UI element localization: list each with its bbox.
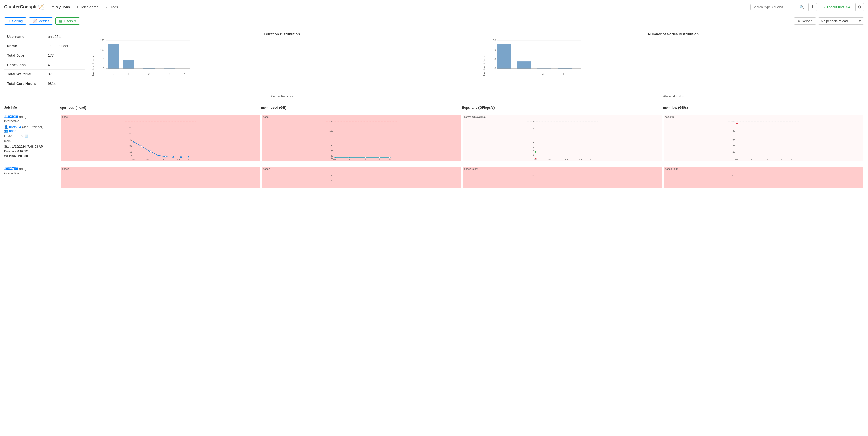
nodes-x-label: Allocated Nodes <box>483 95 864 98</box>
job-user-link-1[interactable]: unrz254 <box>9 125 21 129</box>
user-info-row: Total Walltime97 <box>4 70 86 79</box>
job-membw-chart-1: sockets 50 40 30 20 10 0 0m 2m 4m <box>663 114 864 161</box>
user-info-row: NameJan Eitzinger <box>4 41 86 51</box>
svg-text:4m: 4m <box>163 158 166 160</box>
user-info-label: Total Core Hours <box>4 79 45 89</box>
logo-icon: 🏹 <box>38 4 44 10</box>
svg-text:20: 20 <box>331 157 333 159</box>
svg-text:2m: 2m <box>548 158 552 160</box>
mem-chart-header-2: nodes <box>263 168 460 170</box>
svg-text:2: 2 <box>522 73 523 75</box>
mem-chart-header-1: node <box>263 115 460 119</box>
mem-chart-bg-1: node 140 120 100 80 60 40 20 <box>262 114 461 161</box>
filters-button[interactable]: ▦ Filters ▾ <box>55 17 80 25</box>
flops-chart-header-1: cores: min/avg/max <box>464 115 661 119</box>
membw-chart-bg-1: sockets 50 40 30 20 10 0 0m 2m 4m <box>664 114 863 161</box>
search-input[interactable] <box>752 5 798 9</box>
job-meta-1: f1230 — , 72 📄 <box>4 134 57 138</box>
job-partition-1: main <box>4 139 57 143</box>
logout-button[interactable]: → Logout unrz254 <box>819 4 853 10</box>
duration-chart-title: Duration Distribution <box>92 32 473 36</box>
svg-text:10: 10 <box>531 134 534 137</box>
cpu-point-5 <box>173 157 174 158</box>
col-header-cpu: cpu_load (, load) <box>60 106 261 109</box>
duration-x-label: Current Runtimes <box>92 95 473 98</box>
reload-icon: ↻ <box>798 19 800 23</box>
svg-text:8m: 8m <box>388 158 391 160</box>
svg-text:150: 150 <box>492 39 496 42</box>
col-header-membw: mem_bw (GB/s) <box>663 106 864 109</box>
svg-text:100: 100 <box>492 48 496 51</box>
svg-text:3: 3 <box>542 73 544 75</box>
svg-text:6m: 6m <box>779 158 783 160</box>
nodes-bar-2 <box>517 62 531 69</box>
svg-text:20: 20 <box>733 145 735 147</box>
cpu-point-3 <box>157 155 159 156</box>
col-header-flops: flops_any (GFlops/s) <box>462 106 663 109</box>
job-id-1083789[interactable]: 1083789 <box>4 167 18 171</box>
svg-text:2: 2 <box>533 154 534 156</box>
metrics-icon: 📈 <box>33 19 37 23</box>
charts-area: Duration Distribution Number of Jobs 150… <box>92 32 864 98</box>
svg-text:4: 4 <box>562 73 564 75</box>
svg-text:8: 8 <box>533 141 534 144</box>
sorting-icon: ⇅ <box>8 19 11 23</box>
svg-text:120: 120 <box>329 179 333 182</box>
user-info-label: Total Jobs <box>4 51 45 60</box>
metrics-button[interactable]: 📈 Metrics <box>29 17 53 25</box>
svg-text:8m: 8m <box>589 158 592 160</box>
col-header-mem: mem_used (GB) <box>261 106 462 109</box>
job-project-1[interactable]: 👥 unrz <box>4 129 57 133</box>
sorting-button[interactable]: ⇅ Sorting <box>4 17 26 25</box>
reload-button[interactable]: ↻ Reload <box>794 17 816 25</box>
job-flops-chart-1: cores: min/avg/max 14 12 10 8 6 4 2 0 <box>462 114 663 161</box>
job-user-1[interactable]: 👤 unrz254 (Jan Eitzinger) <box>4 125 57 129</box>
svg-text:2: 2 <box>148 73 150 75</box>
duration-chart: Duration Distribution Number of Jobs 150… <box>92 32 473 98</box>
nav-job-search[interactable]: ⊦ Job Search <box>74 4 101 11</box>
mem-chart-svg-1: 140 120 100 80 60 40 20 0 <box>263 119 460 160</box>
nodes-y-label: Number of Jobs <box>483 56 486 76</box>
jobs-section: Job Info cpu_load (, load) mem_used (GB)… <box>4 104 864 191</box>
user-info-label: Total Walltime <box>4 70 45 79</box>
flops-min-dot <box>535 151 536 153</box>
svg-text:0m: 0m <box>132 158 135 160</box>
svg-text:0: 0 <box>103 67 104 70</box>
cpu-point-7 <box>188 157 189 158</box>
nav-my-jobs[interactable]: ≡ My Jobs <box>49 4 73 11</box>
svg-text:1: 1 <box>501 73 503 75</box>
svg-text:8m: 8m <box>187 158 190 160</box>
periodic-reload-select[interactable]: No periodic reload 30 seconds 60 seconds… <box>818 17 864 25</box>
user-info-value: 97 <box>45 70 86 79</box>
flops-chart-svg-2: 1 K <box>464 171 661 186</box>
job-type-1: interactive <box>4 119 57 123</box>
flops-chart-svg-1: 14 12 10 8 6 4 2 0 0m 2m 4m 6 <box>464 119 661 160</box>
flops-chart-header-2: nodes (sum) <box>464 168 661 170</box>
flops-chart-bg-1: cores: min/avg/max 14 12 10 8 6 4 2 0 <box>463 114 662 161</box>
search-box[interactable]: 🔍 <box>750 4 806 10</box>
cpu-chart-svg-2: 70 <box>62 171 259 186</box>
cpu-point-1 <box>141 146 142 147</box>
job-project-link-1[interactable]: unrz <box>9 129 16 133</box>
svg-text:4m: 4m <box>766 158 769 160</box>
svg-text:100: 100 <box>329 137 333 140</box>
user-info-value: 41 <box>45 60 86 70</box>
membw-chart-bg-2: nodes (sum) 100 <box>664 167 863 188</box>
settings-button[interactable]: ⚙ <box>855 3 864 11</box>
user-info-row: Usernameunrz254 <box>4 32 86 41</box>
info-button[interactable]: ℹ <box>808 3 817 11</box>
svg-text:10: 10 <box>733 151 735 153</box>
duration-y-label: Number of Jobs <box>92 56 95 76</box>
svg-text:30: 30 <box>129 144 132 147</box>
nodes-chart-svg: 150 100 50 0 1 2 3 4 <box>487 38 584 94</box>
jobs-table-header: Job Info cpu_load (, load) mem_used (GB)… <box>4 104 864 112</box>
cpu-line-1 <box>134 142 188 157</box>
user-icon: 👤 <box>4 125 8 129</box>
membw-dot <box>736 123 738 124</box>
nav-tags[interactable]: 🏷 Tags <box>102 4 121 11</box>
brand: ClusterCockpit 🏹 <box>4 4 44 10</box>
svg-text:50: 50 <box>733 120 735 123</box>
svg-text:6: 6 <box>533 146 534 149</box>
job-id-1103919[interactable]: 1103919 <box>4 114 18 119</box>
job-cpu-chart-2: nodes 70 <box>60 167 261 188</box>
